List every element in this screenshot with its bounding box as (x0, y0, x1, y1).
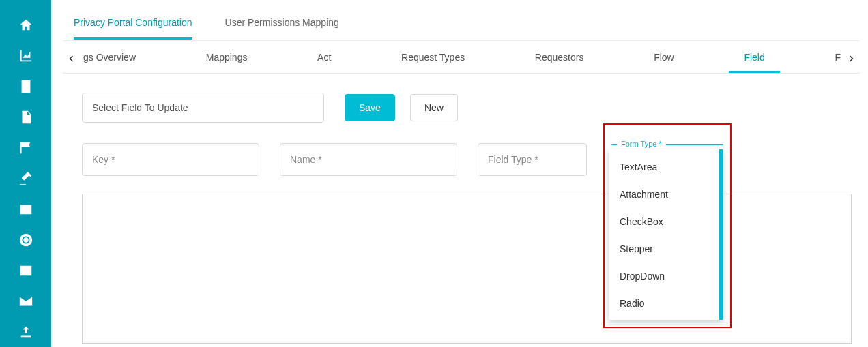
key-input[interactable]: Key * (82, 143, 259, 176)
sub-tab-mappings[interactable]: Mappings (191, 44, 263, 73)
nav-gavel[interactable] (0, 163, 51, 194)
scroll-right-button[interactable] (842, 44, 860, 73)
select-field-placeholder: Select Field To Update (92, 102, 188, 113)
sub-tab-act[interactable]: Act (302, 44, 346, 73)
nav-chart[interactable] (0, 40, 51, 71)
nav-lifebuoy[interactable] (0, 224, 51, 255)
file-icon (18, 110, 33, 125)
form-type-label: Form Type * (617, 140, 666, 148)
nav-upload[interactable] (0, 316, 51, 347)
upload-icon (18, 325, 33, 340)
envelope-icon (18, 294, 33, 309)
sub-tabs-container: gs Overview Mappings Act Request Types R… (63, 44, 860, 74)
option-attachment[interactable]: Attachment (609, 181, 723, 208)
content-area (82, 194, 852, 344)
new-button[interactable]: New (410, 94, 458, 121)
option-dropdown[interactable]: DropDown (609, 262, 723, 290)
flag-icon (18, 140, 33, 155)
nav-envelope[interactable] (0, 286, 51, 316)
option-radio[interactable]: Radio (609, 290, 723, 317)
home-icon (18, 18, 33, 33)
nav-inbox[interactable] (0, 194, 51, 224)
tab-user-permissions-mapping[interactable]: User Permissions Mapping (225, 7, 339, 40)
sub-tab-next-partial[interactable]: F (820, 44, 842, 73)
nav-newspaper[interactable] (0, 255, 51, 286)
save-button[interactable]: Save (345, 94, 395, 121)
dropdown-scrollbar[interactable] (719, 149, 723, 320)
newspaper-icon (18, 263, 33, 278)
form-type-dropdown-wrap: Form Type * TextArea Attachment CheckBox… (603, 123, 732, 328)
sub-tab-flow[interactable]: Flow (639, 44, 689, 73)
chevron-right-icon (847, 55, 855, 63)
key-input-label: Key * (92, 154, 115, 165)
lifebuoy-icon (18, 232, 33, 247)
toolbar: Select Field To Update Save New (82, 93, 458, 123)
fieldset-border (662, 144, 723, 145)
scroll-left-button[interactable] (63, 44, 81, 73)
inbox-icon (18, 202, 33, 217)
nav-flag[interactable] (0, 132, 51, 163)
tab-privacy-portal-config[interactable]: Privacy Portal Configuration (74, 7, 192, 40)
nav-building[interactable] (0, 71, 51, 102)
sub-tabs: gs Overview Mappings Act Request Types R… (81, 44, 842, 73)
name-input[interactable]: Name * (280, 143, 457, 176)
chart-icon (18, 48, 33, 63)
nav-home[interactable] (0, 10, 51, 40)
nav-file[interactable] (0, 102, 51, 132)
form-type-dropdown[interactable]: TextArea Attachment CheckBox Stepper Dro… (609, 149, 723, 320)
option-stepper[interactable]: Stepper (609, 235, 723, 262)
building-icon (18, 79, 33, 94)
select-field-to-update[interactable]: Select Field To Update (82, 93, 324, 123)
option-checkbox[interactable]: CheckBox (609, 208, 723, 235)
option-textarea[interactable]: TextArea (609, 153, 723, 181)
sub-tab-request-types[interactable]: Request Types (386, 44, 480, 73)
top-tabs: Privacy Portal Configuration User Permis… (63, 7, 860, 41)
fields-row: Key * Name * Field Type * (82, 143, 587, 176)
side-nav (0, 0, 51, 347)
gavel-icon (18, 171, 33, 186)
sub-tab-requestors[interactable]: Requestors (520, 44, 599, 73)
field-type-input[interactable]: Field Type * (478, 143, 587, 176)
dropdown-options-list: TextArea Attachment CheckBox Stepper Dro… (609, 149, 723, 320)
chevron-left-icon (68, 55, 76, 63)
field-type-input-label: Field Type * (488, 154, 538, 165)
sub-tab-field[interactable]: Field (729, 44, 779, 73)
name-input-label: Name * (290, 154, 322, 165)
sub-tab-overview[interactable]: gs Overview (81, 44, 151, 73)
